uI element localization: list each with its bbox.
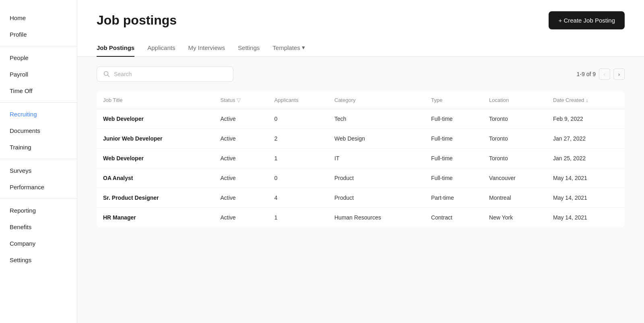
tab-applicants[interactable]: Applicants [147, 39, 175, 57]
cell-type: Full-time [425, 168, 483, 188]
cell-job_title: Web Developer [97, 109, 214, 129]
search-icon [103, 71, 110, 77]
cell-status: Active [214, 149, 268, 168]
cell-job_title: Sr. Product Designer [97, 188, 214, 208]
sidebar-item-performance[interactable]: Performance [0, 179, 77, 195]
job-postings-table: Job TitleStatus ▽ApplicantsCategoryTypeL… [97, 91, 625, 227]
col-category: Category [328, 91, 425, 109]
cell-date_created: Jan 27, 2022 [547, 129, 625, 149]
cell-type: Full-time [425, 149, 483, 168]
cell-category: Web Design [328, 129, 425, 149]
cell-status: Active [214, 109, 268, 129]
filter-icon[interactable]: ▽ [237, 97, 241, 103]
cell-date_created: May 14, 2021 [547, 168, 625, 188]
cell-applicants: 1 [268, 208, 328, 228]
cell-date_created: Jan 25, 2022 [547, 149, 625, 168]
sidebar-divider [0, 199, 77, 199]
cell-location: Vancouver [483, 168, 547, 188]
toolbar: 1-9 of 9 ‹ › [97, 66, 625, 82]
tab-settings[interactable]: Settings [238, 39, 260, 57]
cell-type: Contract [425, 208, 483, 228]
table-row[interactable]: OA AnalystActive0ProductFull-timeVancouv… [97, 168, 625, 188]
col-applicants: Applicants [268, 91, 328, 109]
tabs-bar: Job PostingsApplicantsMy InterviewsSetti… [77, 39, 644, 57]
sidebar-item-documents[interactable]: Documents [0, 122, 77, 139]
cell-type: Full-time [425, 129, 483, 149]
cell-category: Tech [328, 109, 425, 129]
pagination-label: 1-9 of 9 [577, 71, 596, 77]
cell-location: Toronto [483, 149, 547, 168]
cell-category: Product [328, 168, 425, 188]
col-type: Type [425, 91, 483, 109]
sidebar-item-settings[interactable]: Settings [0, 252, 77, 268]
sidebar: HomeProfilePeoplePayrollTime OffRecruiti… [0, 0, 77, 323]
table-row[interactable]: Junior Web DeveloperActive2Web DesignFul… [97, 129, 625, 149]
cell-status: Active [214, 129, 268, 149]
cell-applicants: 0 [268, 168, 328, 188]
sidebar-item-training[interactable]: Training [0, 139, 77, 155]
pagination: 1-9 of 9 ‹ › [577, 68, 625, 80]
cell-job_title: Web Developer [97, 149, 214, 168]
sidebar-item-people[interactable]: People [0, 50, 77, 66]
sidebar-item-profile[interactable]: Profile [0, 26, 77, 43]
cell-location: New York [483, 208, 547, 228]
sidebar-item-benefits[interactable]: Benefits [0, 219, 77, 235]
cell-category: IT [328, 149, 425, 168]
cell-date_created: Feb 9, 2022 [547, 109, 625, 129]
tab-templates[interactable]: Templates ▾ [272, 39, 305, 57]
table-row[interactable]: Sr. Product DesignerActive4ProductPart-t… [97, 188, 625, 208]
col-location: Location [483, 91, 547, 109]
cell-applicants: 4 [268, 188, 328, 208]
search-container [97, 66, 233, 82]
sidebar-divider [0, 159, 77, 159]
cell-location: Montreal [483, 188, 547, 208]
cell-job_title: HR Manager [97, 208, 214, 228]
cell-applicants: 2 [268, 129, 328, 149]
sidebar-item-payroll[interactable]: Payroll [0, 66, 77, 83]
cell-applicants: 0 [268, 109, 328, 129]
svg-line-1 [108, 75, 109, 77]
page-title: Job postings [97, 13, 177, 28]
sidebar-item-home[interactable]: Home [0, 10, 77, 26]
cell-location: Toronto [483, 129, 547, 149]
cell-status: Active [214, 208, 268, 228]
cell-category: Human Resources [328, 208, 425, 228]
sidebar-item-recruiting[interactable]: Recruiting [0, 106, 77, 122]
table-header: Job TitleStatus ▽ApplicantsCategoryTypeL… [97, 91, 625, 109]
table-header-row: Job TitleStatus ▽ApplicantsCategoryTypeL… [97, 91, 625, 109]
sidebar-divider [0, 46, 77, 46]
sidebar-item-time-off[interactable]: Time Off [0, 83, 77, 99]
cell-job_title: OA Analyst [97, 168, 214, 188]
table-body: Web DeveloperActive0TechFull-timeToronto… [97, 109, 625, 228]
cell-type: Full-time [425, 109, 483, 129]
prev-page-button[interactable]: ‹ [599, 68, 610, 80]
sidebar-item-surveys[interactable]: Surveys [0, 162, 77, 179]
page-header: Job postings + Create Job Posting [77, 0, 644, 29]
cell-location: Toronto [483, 109, 547, 129]
cell-type: Part-time [425, 188, 483, 208]
search-input[interactable] [114, 71, 227, 77]
cell-category: Product [328, 188, 425, 208]
next-page-button[interactable]: › [613, 68, 625, 80]
main-content: Job postings + Create Job Posting Job Po… [77, 0, 644, 323]
cell-status: Active [214, 188, 268, 208]
tab-my-interviews[interactable]: My Interviews [188, 39, 225, 57]
table-row[interactable]: HR ManagerActive1Human ResourcesContract… [97, 208, 625, 228]
sidebar-divider [0, 102, 77, 103]
cell-date_created: May 14, 2021 [547, 188, 625, 208]
table-row[interactable]: Web DeveloperActive0TechFull-timeToronto… [97, 109, 625, 129]
cell-applicants: 1 [268, 149, 328, 168]
cell-job_title: Junior Web Developer [97, 129, 214, 149]
create-job-posting-button[interactable]: + Create Job Posting [549, 11, 625, 29]
table-row[interactable]: Web DeveloperActive1ITFull-timeTorontoJa… [97, 149, 625, 168]
content-area: 1-9 of 9 ‹ › Job TitleStatus ▽Applicants… [77, 57, 644, 323]
sidebar-item-reporting[interactable]: Reporting [0, 202, 77, 219]
cell-status: Active [214, 168, 268, 188]
col-status: Status ▽ [214, 91, 268, 109]
sidebar-item-company[interactable]: Company [0, 235, 77, 252]
col-date_created[interactable]: Date Created ↓ [547, 91, 625, 109]
chevron-down-icon: ▾ [302, 44, 305, 51]
col-job_title: Job Title [97, 91, 214, 109]
tab-job-postings[interactable]: Job Postings [97, 39, 134, 57]
cell-date_created: May 14, 2021 [547, 208, 625, 228]
